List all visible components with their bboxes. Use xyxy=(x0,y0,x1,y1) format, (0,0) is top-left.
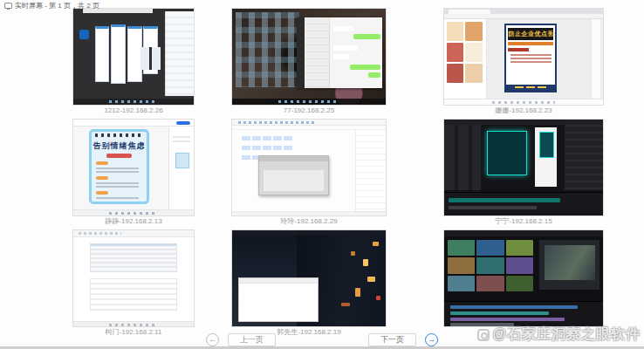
mock-media-tile xyxy=(506,276,534,291)
mock-media-tile xyxy=(448,257,476,273)
mock-window-light xyxy=(351,251,355,256)
note-text-line xyxy=(96,186,139,188)
mock-window-light xyxy=(367,277,375,282)
mock-taskbar xyxy=(73,99,194,105)
mock-desktop-icons xyxy=(236,12,300,87)
note-section-chip xyxy=(96,191,108,195)
screen-thumbnail-77[interactable] xyxy=(232,9,386,105)
screen-cell: 告别情绪焦虑 静静-192.168.2.13 xyxy=(0,120,215,230)
mock-toolbar xyxy=(73,230,194,237)
screen-thumbnail-guoxiansheng[interactable] xyxy=(232,230,386,326)
mock-taskbar xyxy=(73,321,194,326)
chat-bubble xyxy=(333,45,358,51)
screen-thumbnail-jingjing[interactable]: 告别情绪焦虑 xyxy=(73,120,194,216)
screen-cell: 防止企业优点丢失 姗姗-192.168.2.23 xyxy=(429,9,644,120)
screen-thumbnail-9[interactable] xyxy=(444,230,603,326)
mock-window-light xyxy=(363,259,368,266)
mock-window-light xyxy=(341,303,350,306)
next-page-arrow-button[interactable]: → xyxy=(425,333,438,346)
screen-cell: 玲玲-192.168.2.29 xyxy=(215,120,429,230)
mock-dialog-window xyxy=(258,155,329,195)
screen-cell: 77-192.168.2.25 xyxy=(215,9,429,120)
chat-bubble-green xyxy=(368,72,380,78)
screen-label: 静静-192.168.2.13 xyxy=(105,218,161,225)
note-red-banner xyxy=(106,154,132,158)
mock-right-panel xyxy=(591,19,600,99)
mock-media-tile xyxy=(476,257,504,273)
mock-panel xyxy=(95,26,110,82)
screen-thumbnail-1212[interactable] xyxy=(73,9,194,105)
prev-page-button[interactable]: 上一页 xyxy=(228,333,276,346)
prev-page-arrow-button[interactable]: ← xyxy=(206,333,219,346)
mock-status-bar xyxy=(232,211,386,216)
mock-settings-panel xyxy=(565,125,603,190)
next-page-button[interactable]: 下一页 xyxy=(368,333,416,346)
poster-text-line xyxy=(510,54,552,56)
note-text-line xyxy=(96,171,139,173)
screen-label: 姗姗-192.168.2.23 xyxy=(495,107,552,114)
mock-app-logo xyxy=(79,30,89,39)
screen-thumbnail-shanshan[interactable]: 防止企业优点丢失 xyxy=(444,9,603,105)
mock-lantern-light xyxy=(376,296,380,300)
chat-bubble-green xyxy=(353,34,380,39)
mock-note-card: 告别情绪焦虑 xyxy=(89,129,149,204)
note-spiral-binding xyxy=(95,133,142,137)
mock-chat-area xyxy=(330,17,382,88)
note-text-line xyxy=(96,197,139,199)
mock-toolbar xyxy=(73,120,194,127)
mock-poster: 防止企业优点丢失 xyxy=(504,24,557,92)
screen-cell: 郭先生-192.168.2.19 xyxy=(215,230,429,341)
arrow-right-icon: → xyxy=(428,335,435,344)
screen-cell: 1212-192.168.2.26 xyxy=(0,9,215,120)
page-title: 实时屏幕 - 第 1 页，共 2 页 xyxy=(15,1,99,10)
mock-properties-panel xyxy=(168,127,194,209)
screen-label: 玲玲-192.168.2.29 xyxy=(280,218,337,225)
mock-chat-window xyxy=(297,17,383,88)
mock-white-panel xyxy=(535,127,557,187)
mock-media-tile xyxy=(506,257,534,273)
mock-sidebar xyxy=(165,11,194,96)
monitor-icon xyxy=(4,3,12,9)
mock-media-tile xyxy=(448,240,476,256)
chat-bubble xyxy=(333,54,349,59)
mock-white-window xyxy=(238,277,319,322)
mock-template-card xyxy=(447,64,463,83)
mock-table xyxy=(90,278,176,311)
poster-red-chip xyxy=(508,48,529,51)
screen-label: 77-192.168.2.25 xyxy=(284,107,334,114)
mock-template-card xyxy=(465,43,482,62)
mock-media-tile xyxy=(476,240,504,256)
poster-text-line xyxy=(510,58,552,59)
screen-thumbnail-ningning[interactable] xyxy=(444,120,603,216)
mock-titlebar xyxy=(444,230,603,236)
mock-chat-nav xyxy=(297,17,305,88)
mock-teal-preview xyxy=(487,131,527,175)
mock-preview-pane xyxy=(539,240,599,290)
mock-template-card xyxy=(447,43,463,62)
mock-chat-list xyxy=(305,17,331,88)
mock-window-light xyxy=(373,242,379,246)
mock-panel xyxy=(127,26,142,82)
screen-thumbnail-lingling[interactable] xyxy=(232,120,386,216)
mock-track xyxy=(450,311,549,315)
mock-toolbar xyxy=(232,120,386,126)
screen-label: 1212-192.168.2.26 xyxy=(104,107,162,114)
poster-title: 防止企业优点丢失 xyxy=(508,28,553,40)
mock-titlebar xyxy=(232,230,386,235)
chat-bubble xyxy=(333,26,354,31)
mock-timeline xyxy=(444,301,603,326)
screen-cell: 宁宁-192.168.2.15 xyxy=(429,120,644,230)
mock-template-card xyxy=(465,22,482,41)
screen-cell xyxy=(429,230,644,341)
mock-media-tile xyxy=(476,276,504,291)
mock-track xyxy=(450,323,514,326)
titlebar: 实时屏幕 - 第 1 页，共 2 页 xyxy=(0,0,99,10)
mock-taskbar xyxy=(232,99,386,105)
mock-window-light xyxy=(355,288,360,297)
mock-track xyxy=(450,318,565,321)
screen-thumbnail-kemen[interactable] xyxy=(73,230,194,326)
mock-right-panel xyxy=(355,130,386,211)
poster-subtitle-band xyxy=(508,42,553,45)
mock-template-panel xyxy=(444,19,487,99)
mock-card-row xyxy=(140,47,163,70)
